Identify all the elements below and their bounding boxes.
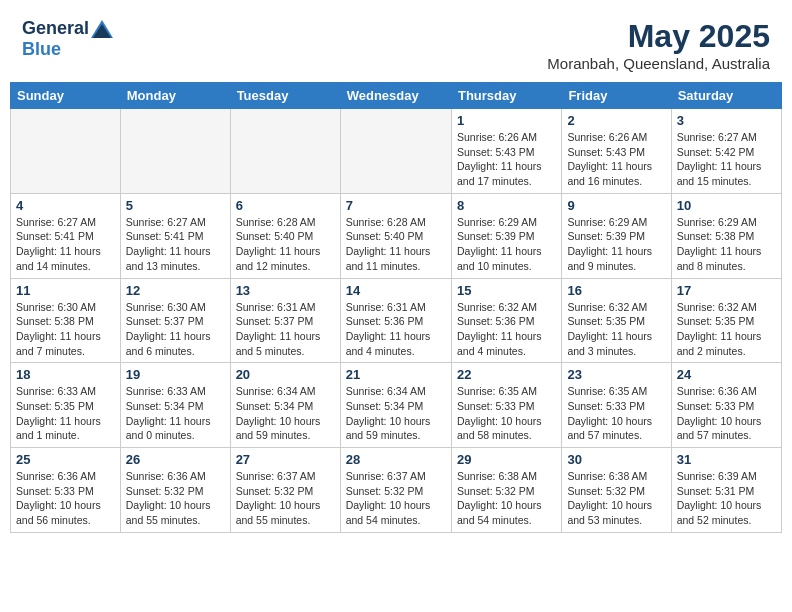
calendar-cell: 19Sunrise: 6:33 AMSunset: 5:34 PMDayligh… <box>120 363 230 448</box>
day-number: 3 <box>677 113 776 128</box>
day-number: 16 <box>567 283 665 298</box>
calendar-cell: 23Sunrise: 6:35 AMSunset: 5:33 PMDayligh… <box>562 363 671 448</box>
calendar-cell: 3Sunrise: 6:27 AMSunset: 5:42 PMDaylight… <box>671 109 781 194</box>
day-info: Sunrise: 6:33 AMSunset: 5:35 PMDaylight:… <box>16 384 115 443</box>
calendar-cell: 22Sunrise: 6:35 AMSunset: 5:33 PMDayligh… <box>451 363 561 448</box>
calendar-cell: 16Sunrise: 6:32 AMSunset: 5:35 PMDayligh… <box>562 278 671 363</box>
day-number: 17 <box>677 283 776 298</box>
weekday-header: Monday <box>120 83 230 109</box>
day-info: Sunrise: 6:29 AMSunset: 5:39 PMDaylight:… <box>567 215 665 274</box>
day-number: 10 <box>677 198 776 213</box>
day-info: Sunrise: 6:28 AMSunset: 5:40 PMDaylight:… <box>346 215 446 274</box>
day-info: Sunrise: 6:30 AMSunset: 5:38 PMDaylight:… <box>16 300 115 359</box>
day-info: Sunrise: 6:36 AMSunset: 5:32 PMDaylight:… <box>126 469 225 528</box>
week-row: 11Sunrise: 6:30 AMSunset: 5:38 PMDayligh… <box>11 278 782 363</box>
calendar-cell: 18Sunrise: 6:33 AMSunset: 5:35 PMDayligh… <box>11 363 121 448</box>
day-number: 4 <box>16 198 115 213</box>
weekday-header: Sunday <box>11 83 121 109</box>
location: Moranbah, Queensland, Australia <box>547 55 770 72</box>
day-info: Sunrise: 6:39 AMSunset: 5:31 PMDaylight:… <box>677 469 776 528</box>
day-info: Sunrise: 6:27 AMSunset: 5:41 PMDaylight:… <box>126 215 225 274</box>
calendar-cell: 30Sunrise: 6:38 AMSunset: 5:32 PMDayligh… <box>562 448 671 533</box>
day-number: 25 <box>16 452 115 467</box>
week-row: 1Sunrise: 6:26 AMSunset: 5:43 PMDaylight… <box>11 109 782 194</box>
day-number: 27 <box>236 452 335 467</box>
logo: General Blue <box>22 18 115 60</box>
day-number: 11 <box>16 283 115 298</box>
calendar-cell: 4Sunrise: 6:27 AMSunset: 5:41 PMDaylight… <box>11 193 121 278</box>
day-info: Sunrise: 6:26 AMSunset: 5:43 PMDaylight:… <box>567 130 665 189</box>
day-number: 30 <box>567 452 665 467</box>
weekday-header: Tuesday <box>230 83 340 109</box>
day-info: Sunrise: 6:32 AMSunset: 5:35 PMDaylight:… <box>567 300 665 359</box>
calendar-cell: 2Sunrise: 6:26 AMSunset: 5:43 PMDaylight… <box>562 109 671 194</box>
day-info: Sunrise: 6:34 AMSunset: 5:34 PMDaylight:… <box>346 384 446 443</box>
day-info: Sunrise: 6:36 AMSunset: 5:33 PMDaylight:… <box>16 469 115 528</box>
month-year: May 2025 <box>547 18 770 55</box>
day-number: 9 <box>567 198 665 213</box>
calendar-cell: 20Sunrise: 6:34 AMSunset: 5:34 PMDayligh… <box>230 363 340 448</box>
week-row: 25Sunrise: 6:36 AMSunset: 5:33 PMDayligh… <box>11 448 782 533</box>
calendar-cell: 15Sunrise: 6:32 AMSunset: 5:36 PMDayligh… <box>451 278 561 363</box>
day-number: 12 <box>126 283 225 298</box>
calendar-cell: 5Sunrise: 6:27 AMSunset: 5:41 PMDaylight… <box>120 193 230 278</box>
day-number: 28 <box>346 452 446 467</box>
day-info: Sunrise: 6:27 AMSunset: 5:41 PMDaylight:… <box>16 215 115 274</box>
calendar-table: SundayMondayTuesdayWednesdayThursdayFrid… <box>10 82 782 533</box>
day-number: 5 <box>126 198 225 213</box>
day-info: Sunrise: 6:37 AMSunset: 5:32 PMDaylight:… <box>346 469 446 528</box>
weekday-header: Thursday <box>451 83 561 109</box>
day-number: 2 <box>567 113 665 128</box>
day-number: 21 <box>346 367 446 382</box>
day-number: 15 <box>457 283 556 298</box>
day-info: Sunrise: 6:26 AMSunset: 5:43 PMDaylight:… <box>457 130 556 189</box>
calendar-cell: 27Sunrise: 6:37 AMSunset: 5:32 PMDayligh… <box>230 448 340 533</box>
calendar-cell: 1Sunrise: 6:26 AMSunset: 5:43 PMDaylight… <box>451 109 561 194</box>
day-number: 20 <box>236 367 335 382</box>
weekday-header-row: SundayMondayTuesdayWednesdayThursdayFrid… <box>11 83 782 109</box>
day-info: Sunrise: 6:38 AMSunset: 5:32 PMDaylight:… <box>567 469 665 528</box>
day-number: 1 <box>457 113 556 128</box>
day-info: Sunrise: 6:38 AMSunset: 5:32 PMDaylight:… <box>457 469 556 528</box>
day-info: Sunrise: 6:32 AMSunset: 5:36 PMDaylight:… <box>457 300 556 359</box>
logo-blue: Blue <box>22 39 61 59</box>
calendar-cell <box>340 109 451 194</box>
week-row: 4Sunrise: 6:27 AMSunset: 5:41 PMDaylight… <box>11 193 782 278</box>
day-number: 31 <box>677 452 776 467</box>
calendar-cell <box>120 109 230 194</box>
day-number: 6 <box>236 198 335 213</box>
day-number: 7 <box>346 198 446 213</box>
calendar-cell: 13Sunrise: 6:31 AMSunset: 5:37 PMDayligh… <box>230 278 340 363</box>
day-number: 24 <box>677 367 776 382</box>
calendar-cell: 25Sunrise: 6:36 AMSunset: 5:33 PMDayligh… <box>11 448 121 533</box>
page-header: General Blue May 2025 Moranbah, Queensla… <box>10 10 782 76</box>
day-number: 23 <box>567 367 665 382</box>
day-number: 22 <box>457 367 556 382</box>
week-row: 18Sunrise: 6:33 AMSunset: 5:35 PMDayligh… <box>11 363 782 448</box>
day-number: 29 <box>457 452 556 467</box>
calendar-cell: 9Sunrise: 6:29 AMSunset: 5:39 PMDaylight… <box>562 193 671 278</box>
calendar-cell: 14Sunrise: 6:31 AMSunset: 5:36 PMDayligh… <box>340 278 451 363</box>
day-info: Sunrise: 6:31 AMSunset: 5:37 PMDaylight:… <box>236 300 335 359</box>
day-number: 18 <box>16 367 115 382</box>
day-info: Sunrise: 6:29 AMSunset: 5:39 PMDaylight:… <box>457 215 556 274</box>
calendar-cell: 6Sunrise: 6:28 AMSunset: 5:40 PMDaylight… <box>230 193 340 278</box>
day-number: 13 <box>236 283 335 298</box>
day-info: Sunrise: 6:29 AMSunset: 5:38 PMDaylight:… <box>677 215 776 274</box>
day-info: Sunrise: 6:36 AMSunset: 5:33 PMDaylight:… <box>677 384 776 443</box>
calendar-cell: 12Sunrise: 6:30 AMSunset: 5:37 PMDayligh… <box>120 278 230 363</box>
logo-icon <box>91 20 113 38</box>
calendar-cell: 10Sunrise: 6:29 AMSunset: 5:38 PMDayligh… <box>671 193 781 278</box>
calendar-cell: 21Sunrise: 6:34 AMSunset: 5:34 PMDayligh… <box>340 363 451 448</box>
day-number: 14 <box>346 283 446 298</box>
day-info: Sunrise: 6:33 AMSunset: 5:34 PMDaylight:… <box>126 384 225 443</box>
day-info: Sunrise: 6:30 AMSunset: 5:37 PMDaylight:… <box>126 300 225 359</box>
calendar-cell: 28Sunrise: 6:37 AMSunset: 5:32 PMDayligh… <box>340 448 451 533</box>
calendar-cell: 17Sunrise: 6:32 AMSunset: 5:35 PMDayligh… <box>671 278 781 363</box>
weekday-header: Friday <box>562 83 671 109</box>
day-info: Sunrise: 6:28 AMSunset: 5:40 PMDaylight:… <box>236 215 335 274</box>
logo-general: General <box>22 18 89 39</box>
calendar-cell: 29Sunrise: 6:38 AMSunset: 5:32 PMDayligh… <box>451 448 561 533</box>
calendar-cell: 7Sunrise: 6:28 AMSunset: 5:40 PMDaylight… <box>340 193 451 278</box>
weekday-header: Saturday <box>671 83 781 109</box>
